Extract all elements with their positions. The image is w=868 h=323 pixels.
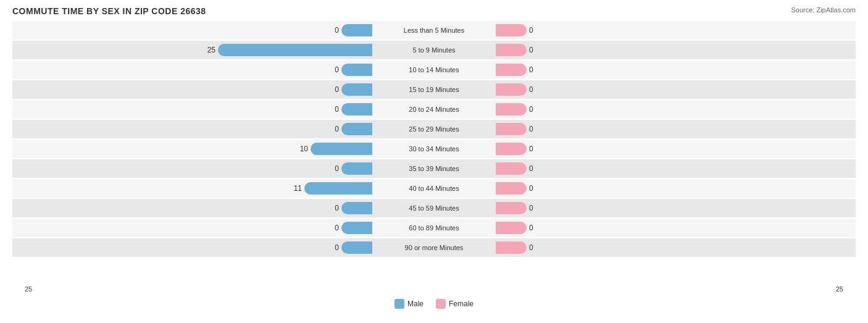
right-section: 0 <box>496 44 856 56</box>
male-bar <box>218 44 372 56</box>
female-value: 0 <box>529 65 541 74</box>
legend-female-box <box>436 299 446 309</box>
right-section: 0 <box>496 83 856 96</box>
axis-left-label: 25 <box>25 285 32 293</box>
row-label: 60 to 89 Minutes <box>372 224 496 232</box>
female-value: 0 <box>529 224 541 232</box>
male-bar <box>341 103 372 115</box>
right-section: 0 <box>496 143 856 155</box>
female-bar <box>496 44 527 56</box>
female-bar <box>496 241 527 254</box>
row-label: 30 to 34 Minutes <box>372 145 496 153</box>
male-bar <box>341 241 372 254</box>
right-section: 0 <box>496 123 856 135</box>
right-section: 0 <box>496 202 856 214</box>
left-section: 0 <box>12 103 372 115</box>
left-section: 25 <box>12 44 372 56</box>
female-value: 0 <box>529 85 541 94</box>
row-label: 45 to 59 Minutes <box>372 204 496 212</box>
female-bar <box>496 123 527 135</box>
left-section: 0 <box>12 123 372 135</box>
male-bar <box>341 222 372 234</box>
chart-row: 25 5 to 9 Minutes 0 <box>12 41 856 59</box>
chart-row: 0 90 or more Minutes 0 <box>12 238 856 257</box>
male-value: 0 <box>327 125 339 133</box>
male-value: 0 <box>327 105 339 114</box>
left-section: 0 <box>12 202 372 214</box>
female-value: 0 <box>529 204 541 212</box>
female-bar <box>496 24 527 36</box>
female-bar <box>496 182 527 195</box>
legend-male: Male <box>394 299 424 309</box>
male-value: 11 <box>290 184 302 193</box>
row-label: Less than 5 Minutes <box>372 27 496 34</box>
axis-right-label: 25 <box>836 285 843 293</box>
female-value: 0 <box>529 26 541 35</box>
male-value: 25 <box>203 46 215 54</box>
chart-row: 0 20 to 24 Minutes 0 <box>12 100 856 119</box>
chart-area: 0 Less than 5 Minutes 0 25 5 to 9 Minute… <box>12 21 856 280</box>
female-bar <box>496 162 527 175</box>
left-section: 0 <box>12 24 372 36</box>
chart-row: 0 10 to 14 Minutes 0 <box>12 61 856 79</box>
male-bar <box>341 202 372 214</box>
female-bar <box>496 103 527 115</box>
male-bar <box>341 123 372 135</box>
chart-title: COMMUTE TIME BY SEX IN ZIP CODE 26638 <box>12 6 856 16</box>
chart-row: 0 45 to 59 Minutes 0 <box>12 199 856 217</box>
left-section: 0 <box>12 241 372 254</box>
chart-row: 11 40 to 44 Minutes 0 <box>12 179 856 198</box>
right-section: 0 <box>496 103 856 115</box>
male-bar <box>341 24 372 36</box>
source-label: Source: ZipAtlas.com <box>791 6 856 14</box>
legend-female-label: Female <box>449 300 474 308</box>
male-value: 0 <box>327 65 339 74</box>
left-section: 0 <box>12 222 372 234</box>
female-value: 0 <box>529 125 541 133</box>
row-label: 15 to 19 Minutes <box>372 86 496 93</box>
left-section: 0 <box>12 64 372 76</box>
female-bar <box>496 64 527 76</box>
legend-male-box <box>394 299 404 309</box>
chart-row: 10 30 to 34 Minutes 0 <box>12 140 856 158</box>
right-section: 0 <box>496 24 856 36</box>
female-value: 0 <box>529 46 541 54</box>
female-value: 0 <box>529 184 541 193</box>
female-bar <box>496 202 527 214</box>
right-section: 0 <box>496 162 856 175</box>
left-section: 11 <box>12 182 372 195</box>
right-section: 0 <box>496 182 856 195</box>
row-label: 20 to 24 Minutes <box>372 106 496 113</box>
legend-row: Male Female <box>12 299 856 309</box>
right-section: 0 <box>496 241 856 254</box>
chart-container: COMMUTE TIME BY SEX IN ZIP CODE 26638 So… <box>0 0 868 323</box>
chart-row: 0 60 to 89 Minutes 0 <box>12 219 856 237</box>
left-section: 0 <box>12 162 372 175</box>
right-section: 0 <box>496 64 856 76</box>
row-label: 5 to 9 Minutes <box>372 46 496 54</box>
legend-female: Female <box>436 299 474 309</box>
male-value: 0 <box>327 204 339 212</box>
legend-male-label: Male <box>407 300 424 308</box>
row-label: 35 to 39 Minutes <box>372 165 496 172</box>
female-value: 0 <box>529 164 541 173</box>
male-bar <box>304 182 372 195</box>
female-bar <box>496 222 527 234</box>
female-value: 0 <box>529 243 541 252</box>
axis-row: 25 25 <box>12 283 856 295</box>
right-section: 0 <box>496 222 856 234</box>
male-value: 10 <box>296 145 308 153</box>
male-value: 0 <box>327 164 339 173</box>
female-value: 0 <box>529 145 541 153</box>
male-value: 0 <box>327 243 339 252</box>
chart-row: 0 Less than 5 Minutes 0 <box>12 21 856 40</box>
male-value: 0 <box>327 224 339 232</box>
female-value: 0 <box>529 105 541 114</box>
left-section: 0 <box>12 83 372 96</box>
row-label: 40 to 44 Minutes <box>372 185 496 192</box>
female-bar <box>496 83 527 96</box>
male-bar <box>341 162 372 175</box>
male-bar <box>341 83 372 96</box>
left-section: 10 <box>12 143 372 155</box>
chart-row: 0 15 to 19 Minutes 0 <box>12 80 856 99</box>
